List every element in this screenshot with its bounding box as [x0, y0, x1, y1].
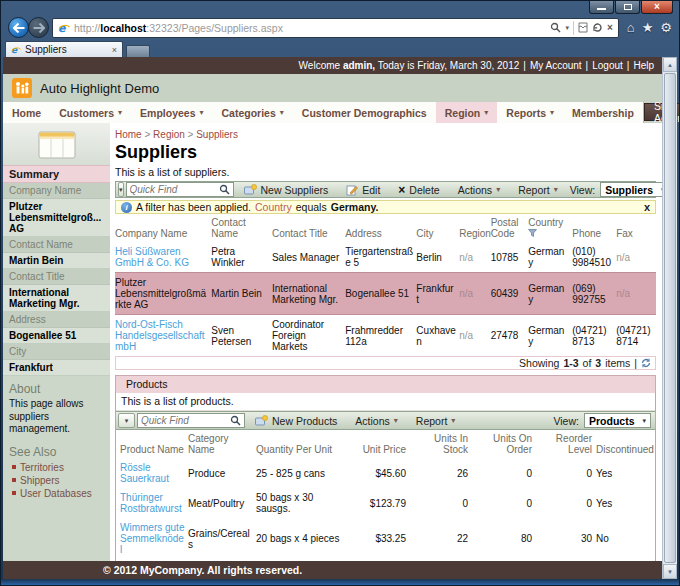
column-header[interactable]: Units On Order [472, 430, 536, 458]
supplier-row[interactable]: Nord-Ost-Fisch Handelsgesellschaft mbH S… [115, 315, 656, 357]
new-products-button[interactable]: New Products [247, 415, 345, 427]
column-header[interactable]: Postal Code [491, 214, 529, 242]
column-header[interactable]: Region [459, 214, 490, 242]
nav-item-customer-demographics[interactable]: Customer Demographics [293, 102, 436, 123]
product-link[interactable]: Rössle Sauerkraut [120, 458, 188, 488]
supplier-row[interactable]: Heli Süßwaren GmbH & Co. KG Petra Winkle… [115, 242, 656, 273]
scroll-down-button[interactable]: ▼ [663, 564, 677, 579]
column-header[interactable]: Quantity Per Unit [256, 430, 350, 458]
supplier-row-selected[interactable]: Plutzer Lebensmittelgroßmärkte AG Martin… [115, 273, 656, 315]
report-menu-button[interactable]: Report▾ [408, 415, 464, 427]
column-header[interactable]: Product Name [120, 430, 188, 458]
edit-button[interactable]: Edit [338, 184, 388, 196]
bullet-icon [12, 491, 16, 495]
column-header[interactable]: Contact Name [211, 214, 272, 242]
column-header[interactable]: City [416, 214, 459, 242]
column-header[interactable]: Phone [572, 214, 616, 242]
home-icon[interactable]: ⌂ [627, 21, 635, 35]
scroll-up-button[interactable]: ▲ [663, 57, 677, 72]
sidebar-link-territories[interactable]: Territories [3, 461, 110, 474]
breadcrumb-separator: > [144, 129, 150, 140]
ie-favicon: e [58, 22, 70, 34]
product-link[interactable]: Thüringer Rostbratwurst [120, 488, 188, 518]
breadcrumb-suppliers[interactable]: Suppliers [196, 129, 238, 140]
about-heading: About [3, 376, 110, 398]
cell: International Marketing Mgr. [272, 273, 345, 315]
refresh-list-icon[interactable] [641, 358, 651, 368]
breadcrumb-region[interactable]: Region [153, 129, 185, 140]
quick-find-input[interactable] [130, 184, 217, 195]
nav-item-reports[interactable]: Reports▾ [497, 102, 563, 123]
quick-find-input[interactable] [141, 415, 228, 426]
tab-products[interactable]: Products [115, 375, 656, 393]
logout-link[interactable]: Logout [592, 60, 623, 71]
view-dropdown[interactable]: Suppliers▾ [600, 182, 662, 197]
forward-button[interactable] [28, 17, 49, 38]
tools-gear-icon[interactable]: ⚙ [660, 21, 672, 35]
search-icon[interactable] [550, 22, 561, 33]
scrollbar-thumb[interactable] [664, 73, 676, 563]
actions-menu-button[interactable]: Actions▾ [450, 184, 508, 196]
column-header[interactable]: Contact Title [272, 214, 345, 242]
address-bar[interactable]: e http://localhost:32323/Pages/Suppliers… [52, 18, 619, 38]
delete-button[interactable]: × Delete [390, 184, 447, 196]
nav-item-region[interactable]: Region▾ [436, 102, 498, 123]
refresh-icon[interactable] [592, 22, 603, 33]
nav-item-home[interactable]: Home [3, 102, 50, 123]
magnifier-icon[interactable] [230, 415, 241, 426]
sidebar-link-shippers[interactable]: Shippers [3, 474, 110, 487]
back-button[interactable] [8, 17, 29, 38]
search-dropdown-icon[interactable]: ▾ [565, 23, 569, 33]
breadcrumb-home[interactable]: Home [115, 129, 142, 140]
new-tab-button[interactable] [126, 45, 150, 57]
filter-close-icon[interactable]: x [644, 201, 650, 213]
view-dropdown[interactable]: Products▾ [584, 413, 651, 428]
product-link[interactable]: Wimmers gute Semmelknödel [120, 518, 188, 559]
field-value: Frankfurt [3, 360, 110, 376]
column-header[interactable]: Fax [616, 214, 656, 242]
tab-close-icon[interactable]: × [112, 45, 117, 55]
nav-item-membership[interactable]: Membership [563, 102, 643, 123]
sidebar-link-user-databases[interactable]: User Databases [3, 487, 110, 500]
close-button[interactable]: × [641, 1, 673, 14]
favorites-star-icon[interactable]: ★ [642, 21, 654, 35]
welcome-text: Welcome admin, Today is Friday, March 30… [299, 60, 520, 71]
column-header-country[interactable]: Country [528, 214, 572, 242]
compatibility-view-icon[interactable] [578, 22, 588, 33]
filter-field[interactable]: Country [255, 201, 292, 213]
product-row[interactable]: Wimmers gute Semmelknödel Grains/Cereals… [120, 518, 651, 559]
column-header[interactable]: Discontinued [596, 430, 651, 458]
cell: 25 - 825 g cans [256, 458, 350, 488]
cell: Germany [528, 273, 572, 315]
nav-item-employees[interactable]: Employees▾ [131, 102, 212, 123]
column-header[interactable]: Reorder Level [536, 430, 596, 458]
tab-suppliers[interactable]: e Suppliers × [5, 41, 123, 57]
company-link[interactable]: Heli Süßwaren GmbH & Co. KG [115, 242, 211, 273]
actions-menu-button[interactable]: Actions▾ [347, 415, 405, 427]
column-header[interactable]: Unit Price [350, 430, 410, 458]
stop-icon[interactable]: × [607, 23, 613, 33]
maximize-button[interactable] [615, 1, 640, 14]
column-header[interactable]: Units In Stock [410, 430, 472, 458]
minimize-button[interactable] [589, 1, 614, 14]
chevron-down-icon: ▾ [496, 185, 500, 194]
my-account-link[interactable]: My Account [530, 60, 582, 71]
report-menu-button[interactable]: Report▾ [510, 184, 566, 196]
view-label: View: [570, 184, 596, 196]
cell: (010) 9984510 [572, 242, 616, 273]
toolbar-chevron-button[interactable]: ▾ [118, 413, 135, 428]
column-header[interactable]: Category Name [188, 430, 256, 458]
column-header[interactable]: Address [345, 214, 416, 242]
product-row[interactable]: Thüringer Rostbratwurst Meat/Poultry 50 … [120, 488, 651, 518]
help-link[interactable]: Help [633, 60, 654, 71]
vertical-scrollbar[interactable]: ▲ ▼ [662, 57, 677, 579]
column-header[interactable]: Company Name [115, 214, 211, 242]
nav-item-customers[interactable]: Customers▾ [50, 102, 131, 123]
company-link[interactable]: Nord-Ost-Fisch Handelsgesellschaft mbH [115, 315, 211, 357]
magnifier-icon[interactable] [219, 184, 230, 195]
toolbar-chevron-button[interactable]: ▾ [118, 182, 124, 197]
new-suppliers-button[interactable]: New Suppliers [236, 184, 337, 196]
nav-item-categories[interactable]: Categories▾ [213, 102, 293, 123]
cell: No [596, 518, 651, 559]
product-row[interactable]: Rössle Sauerkraut Produce 25 - 825 g can… [120, 458, 651, 488]
